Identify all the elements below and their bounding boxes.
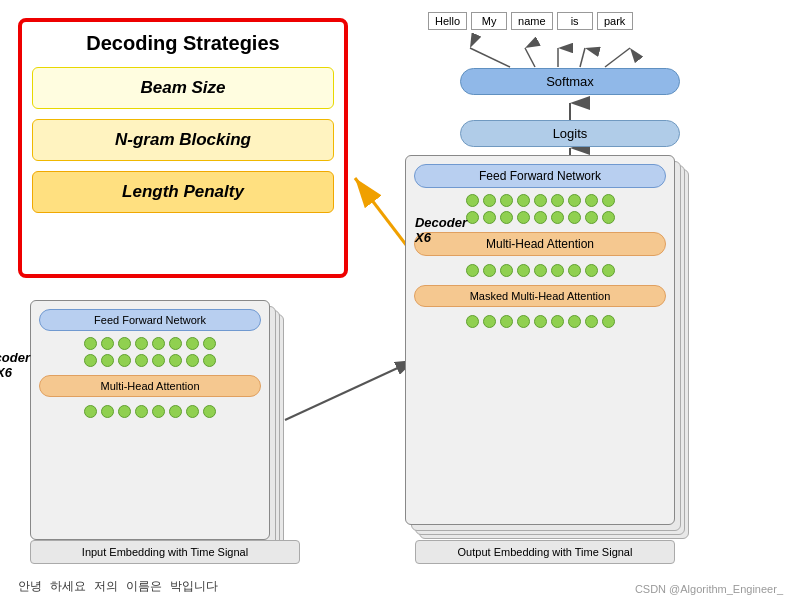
decoder-neuron (585, 264, 598, 277)
encoder-neurons-row-3 (39, 405, 261, 418)
decoder-masked-mha-label: Masked Multi-Head Attention (414, 285, 666, 307)
decoder-neuron (500, 194, 513, 207)
encoder-neuron (203, 354, 216, 367)
ngram-blocking-item: N-gram Blocking (32, 119, 334, 161)
encoder-neuron (203, 337, 216, 350)
token-my: My (471, 12, 507, 30)
decoder-embedding-section: Output Embedding with Time Signal (415, 540, 675, 564)
token-is: is (557, 12, 593, 30)
token-ireumeun: 이름은 (126, 578, 162, 595)
decoder-neuron (483, 264, 496, 277)
decoder-neuron (551, 211, 564, 224)
encoder-neuron (203, 405, 216, 418)
token-bagipnida: 박입니다 (170, 578, 218, 595)
decoder-neuron (602, 264, 615, 277)
svg-line-4 (355, 178, 410, 250)
decoder-neuron (534, 211, 547, 224)
svg-line-60 (580, 48, 585, 67)
encoder-neuron (84, 354, 97, 367)
encoder-neuron (135, 405, 148, 418)
decoder-neurons-row-1 (414, 194, 666, 207)
decoder-neuron (602, 194, 615, 207)
logits-label: Logits (460, 120, 680, 147)
decoder-neuron (602, 315, 615, 328)
decoder-neuron (534, 194, 547, 207)
watermark: CSDN @Algorithm_Engineer_ (635, 583, 783, 595)
softmax-label: Softmax (460, 68, 680, 95)
encoder-neuron (152, 354, 165, 367)
token-jeoeui: 저의 (94, 578, 118, 595)
encoder-neuron (169, 405, 182, 418)
decoder-neuron (602, 211, 615, 224)
decoder-neuron (500, 315, 513, 328)
decoder-neuron (568, 315, 581, 328)
decoder-neurons-row-3 (414, 264, 666, 277)
decoder-neuron (551, 315, 564, 328)
encoder-neuron (135, 354, 148, 367)
encoder-neurons-row-2 (39, 354, 261, 367)
encoder-mha-label: Multi-Head Attention (39, 375, 261, 397)
length-penalty-item: Length Penalty (32, 171, 334, 213)
encoder-embedding-box: Input Embedding with Time Signal (30, 540, 300, 564)
encoder-neuron (186, 337, 199, 350)
decoder-neuron (517, 194, 530, 207)
decoder-neuron (568, 211, 581, 224)
decoder-neuron (568, 264, 581, 277)
decoding-title: Decoding Strategies (32, 32, 334, 55)
decoder-neuron (466, 194, 479, 207)
encoder-neuron (169, 337, 182, 350)
decoder-neuron (534, 315, 547, 328)
svg-line-58 (525, 48, 535, 67)
encoder-neuron (186, 405, 199, 418)
softmax-section: Softmax (460, 68, 680, 95)
encoder-neuron (118, 354, 131, 367)
encoder-neuron (84, 405, 97, 418)
decoder-neuron (466, 211, 479, 224)
output-tokens-row: Hello My name is park (428, 12, 633, 30)
encoder-neuron (152, 405, 165, 418)
decoding-strategies-box: Decoding Strategies Beam Size N-gram Blo… (18, 18, 348, 278)
decoder-neuron (517, 315, 530, 328)
decoder-neuron (483, 315, 496, 328)
encoder-ffn-label: Feed Forward Network (39, 309, 261, 331)
decoder-neuron (500, 211, 513, 224)
token-annyeong: 안녕 (18, 578, 42, 595)
decoder-neuron (585, 194, 598, 207)
encoder-neuron (101, 405, 114, 418)
token-name: name (511, 12, 553, 30)
beam-size-item: Beam Size (32, 67, 334, 109)
svg-line-57 (470, 48, 510, 67)
encoder-neuron (84, 337, 97, 350)
encoder-neuron (152, 337, 165, 350)
encoder-neurons-row-1 (39, 337, 261, 350)
decoder-neuron (517, 211, 530, 224)
svg-line-61 (605, 48, 630, 67)
decoder-label: DecoderX6 (415, 215, 467, 245)
decoder-neuron (483, 194, 496, 207)
svg-line-26 (285, 360, 415, 420)
encoder-neuron (101, 337, 114, 350)
encoder-input-tokens: 안녕 하세요 저의 이름은 박입니다 (18, 578, 218, 595)
decoder-neuron (534, 264, 547, 277)
encoder-neuron (135, 337, 148, 350)
encoder-neuron (101, 354, 114, 367)
encoder-neuron (118, 337, 131, 350)
main-container: Decoding Strategies Beam Size N-gram Blo… (0, 0, 793, 603)
encoder-main-box: Feed Forward Network (30, 300, 270, 540)
decoder-neuron (551, 194, 564, 207)
decoder-neuron (466, 315, 479, 328)
logits-section: Logits (460, 120, 680, 147)
encoder-neuron (186, 354, 199, 367)
decoder-main-box: Feed Forward Network (405, 155, 675, 525)
decoder-neuron (466, 264, 479, 277)
decoder-neuron (500, 264, 513, 277)
decoder-ffn-label: Feed Forward Network (414, 164, 666, 188)
decoder-neurons-row-4 (414, 315, 666, 328)
encoder-neuron (169, 354, 182, 367)
decoder-neuron (585, 315, 598, 328)
token-haseyo: 하세요 (50, 578, 86, 595)
decoder-neuron (551, 264, 564, 277)
decoder-neuron (483, 211, 496, 224)
encoder-label: EncoderX6 (0, 350, 30, 380)
token-park: park (597, 12, 633, 30)
